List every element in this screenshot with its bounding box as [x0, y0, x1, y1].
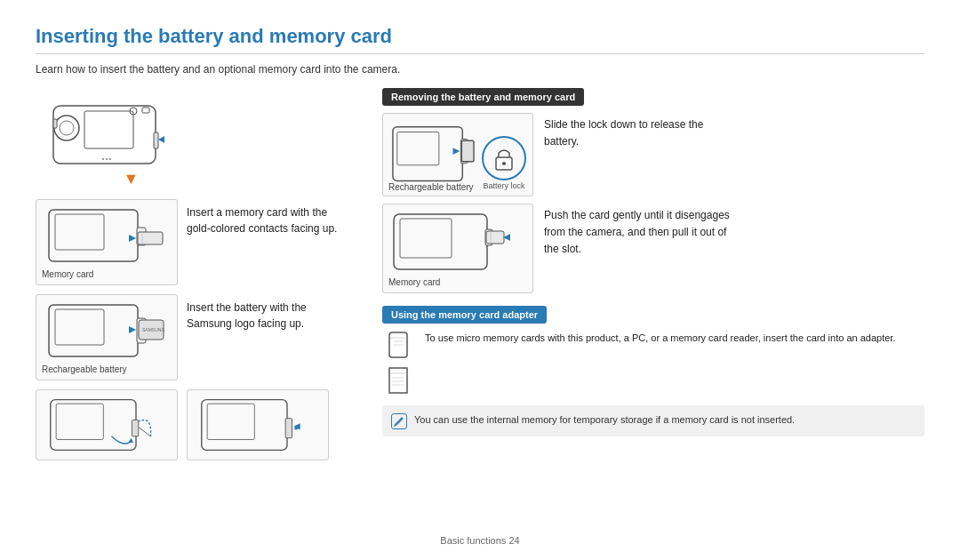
- svg-point-9: [102, 158, 104, 160]
- bottom-right-image-box: [187, 389, 329, 460]
- remove-card-svg: [389, 210, 527, 274]
- remove-card-image-box: Memory card: [382, 204, 533, 293]
- right-column: Removing the battery and memory card: [382, 88, 924, 460]
- svg-rect-31: [285, 419, 292, 438]
- note-icon: [391, 413, 407, 429]
- page-title: Inserting the battery and memory card: [36, 25, 924, 48]
- svg-rect-12: [49, 210, 138, 261]
- svg-rect-45: [486, 231, 504, 244]
- battery-row: SAMSUNG Rechargeable battery Insert the …: [36, 294, 364, 380]
- svg-text:SAMSUNG: SAMSUNG: [142, 327, 164, 332]
- svg-rect-1: [84, 111, 133, 148]
- svg-marker-38: [453, 148, 460, 155]
- top-row: ▼: [36, 88, 364, 190]
- bottom-left-image-box: [36, 389, 178, 460]
- svg-rect-15: [138, 232, 163, 244]
- svg-rect-43: [400, 219, 452, 258]
- main-content: ▼ Memory card: [36, 88, 924, 460]
- svg-rect-34: [393, 127, 462, 181]
- note-pencil-svg: [393, 415, 405, 428]
- svg-marker-17: [129, 235, 136, 242]
- memory-card-row: Memory card Insert a memory card with th…: [36, 199, 364, 285]
- adapter-section-header: Using the memory card adapter: [382, 306, 547, 324]
- adapter-row: To use micro memory cards with this prod…: [382, 331, 924, 398]
- note-box: You can use the internal memory for temp…: [382, 405, 924, 436]
- svg-rect-35: [397, 132, 439, 165]
- note-text: You can use the internal memory for temp…: [414, 412, 795, 428]
- svg-point-33: [294, 427, 298, 430]
- svg-rect-24: [51, 400, 136, 451]
- svg-rect-8: [53, 119, 57, 128]
- page-subtitle: Learn how to insert the battery and an o…: [36, 63, 924, 76]
- svg-marker-7: [158, 136, 164, 143]
- sd-adapter-svg: [386, 366, 411, 398]
- bottom-left-svg: [41, 396, 172, 454]
- svg-marker-28: [129, 438, 134, 444]
- svg-point-10: [106, 158, 108, 160]
- push-card-text: Push the card gently until it disengages…: [544, 204, 731, 259]
- camera-top-svg: [36, 88, 173, 168]
- insert-card-description: Insert a memory card with the gold-color…: [187, 199, 347, 285]
- svg-point-3: [60, 121, 74, 135]
- title-divider: [36, 53, 924, 54]
- bottom-right-svg: [192, 396, 324, 454]
- memory-card-label: Memory card: [42, 269, 93, 279]
- rechargeable-battery-label: Rechargeable battery: [42, 364, 127, 374]
- battery-image-box: SAMSUNG Rechargeable battery: [36, 294, 178, 380]
- svg-marker-23: [129, 326, 136, 333]
- svg-rect-42: [394, 214, 487, 269]
- svg-point-2: [54, 116, 79, 140]
- page-footer: Basic functions 24: [0, 535, 960, 546]
- svg-marker-52: [389, 368, 407, 393]
- svg-rect-30: [207, 404, 254, 439]
- battery-lock-label-text: Battery lock: [481, 181, 527, 190]
- rechargeable-battery-label-right: Rechargeable battery: [388, 182, 474, 192]
- svg-rect-18: [49, 305, 138, 356]
- camera-top-image: ▼: [36, 88, 173, 190]
- svg-rect-6: [154, 132, 158, 148]
- insert-battery-description: Insert the battery with the Samsung logo…: [187, 294, 347, 380]
- svg-rect-5: [142, 108, 149, 113]
- svg-point-41: [502, 162, 506, 165]
- adapter-images: [382, 331, 414, 398]
- adapter-description: To use micro memory cards with this prod…: [425, 331, 895, 347]
- svg-rect-27: [132, 420, 138, 436]
- memory-card-label-right: Memory card: [388, 277, 440, 287]
- battery-insert-svg: SAMSUNG: [44, 300, 169, 361]
- svg-rect-19: [55, 309, 104, 345]
- svg-point-11: [109, 158, 111, 160]
- memory-card-image-box: Memory card: [36, 199, 178, 285]
- svg-point-39: [483, 137, 525, 180]
- remove-section: Removing the battery and memory card: [382, 88, 924, 293]
- remove-battery-svg: [388, 119, 476, 190]
- battery-lock-svg: [481, 135, 527, 181]
- left-column: ▼ Memory card: [36, 88, 364, 460]
- remove-section-header: Removing the battery and memory card: [382, 88, 584, 106]
- adapter-section: Using the memory card adapter: [382, 306, 924, 436]
- slide-lock-text: Slide the lock down to release the batte…: [544, 113, 722, 150]
- svg-rect-25: [56, 404, 103, 439]
- svg-rect-13: [55, 214, 104, 250]
- memory-card-insert-svg: [44, 205, 169, 266]
- remove-battery-image-box: Battery lock Rechargeable battery: [382, 113, 533, 196]
- remove-card-row: Memory card Push the card gently until i…: [382, 204, 924, 293]
- svg-rect-37: [461, 140, 474, 162]
- svg-rect-29: [202, 400, 287, 451]
- down-arrow: ▼: [36, 170, 173, 188]
- svg-line-57: [401, 418, 402, 419]
- bottom-images-row: [36, 389, 364, 460]
- remove-battery-row: Battery lock Rechargeable battery Slide …: [382, 113, 924, 196]
- micro-sd-svg: [386, 331, 411, 363]
